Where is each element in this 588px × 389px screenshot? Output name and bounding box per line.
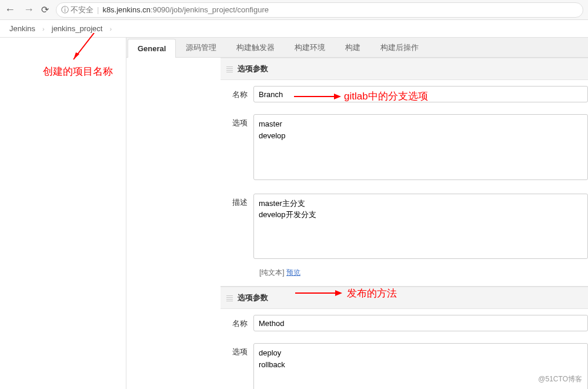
insecure-label: 不安全 [71, 5, 93, 15]
breadcrumb-root[interactable]: Jenkins [6, 24, 39, 33]
tab-triggers[interactable]: 构建触发器 [226, 37, 285, 58]
breadcrumb-project[interactable]: jenkins_project [48, 24, 106, 33]
param1-desc-input[interactable] [253, 194, 588, 260]
content: 选项参数 名称 选项 描述 [纯文本] 预览 [126, 58, 588, 389]
hint-row: [纯文本] 预览 [220, 267, 588, 281]
preview-link[interactable]: 预览 [286, 268, 300, 277]
separator: | [97, 5, 99, 14]
insecure-badge: ⓘ 不安全 [61, 5, 93, 15]
config-panel: General 源码管理 构建触发器 构建环境 构建 构建后操作 选项参数 名称 [126, 38, 588, 389]
nav-arrows: ← → [5, 4, 34, 16]
label-name: 名称 [226, 315, 253, 329]
param2-name-input[interactable] [253, 315, 588, 331]
tab-post[interactable]: 构建后操作 [370, 37, 429, 58]
watermark: @51CTO博客 [538, 374, 582, 384]
section-header[interactable]: 选项参数 [220, 58, 588, 80]
param-section-1: 选项参数 名称 选项 描述 [纯文本] 预览 [220, 58, 588, 287]
section-header[interactable]: 选项参数 [220, 287, 588, 309]
param1-name-input[interactable] [253, 86, 588, 102]
url-text: k8s.jenkins.cn:9090/job/jenkins_project/… [102, 5, 269, 14]
plain-text-label: [纯文本] [259, 268, 285, 277]
label-name: 名称 [226, 86, 253, 100]
param1-choices-input[interactable] [253, 114, 588, 180]
label-choices: 选项 [226, 343, 253, 357]
forward-button: → [24, 4, 34, 16]
tab-general[interactable]: General [128, 39, 176, 58]
back-button[interactable]: ← [5, 4, 15, 16]
reload-button[interactable]: ⟳ [41, 4, 49, 15]
tab-scm[interactable]: 源码管理 [176, 37, 226, 58]
main-area: General 源码管理 构建触发器 构建环境 构建 构建后操作 选项参数 名称 [0, 38, 588, 389]
tab-env[interactable]: 构建环境 [285, 37, 335, 58]
chevron-right-icon: › [39, 25, 48, 32]
chevron-right-icon: › [106, 25, 115, 32]
label-desc: 描述 [226, 194, 253, 208]
param-section-2: 选项参数 名称 选项 描述 [220, 287, 588, 389]
drag-handle-icon[interactable] [226, 66, 233, 72]
browser-toolbar: ← → ⟳ ⓘ 不安全 | k8s.jenkins.cn:9090/job/je… [0, 0, 588, 20]
info-icon: ⓘ [61, 5, 69, 15]
section-title: 选项参数 [238, 64, 268, 74]
tabs: General 源码管理 构建触发器 构建环境 构建 构建后操作 [126, 38, 588, 58]
tab-build[interactable]: 构建 [335, 37, 370, 58]
url-bar[interactable]: ⓘ 不安全 | k8s.jenkins.cn:9090/job/jenkins_… [56, 2, 583, 18]
left-panel [0, 38, 126, 389]
drag-handle-icon[interactable] [226, 295, 233, 301]
section-title: 选项参数 [238, 292, 268, 303]
breadcrumb: Jenkins › jenkins_project › [0, 20, 588, 38]
label-choices: 选项 [226, 114, 253, 128]
